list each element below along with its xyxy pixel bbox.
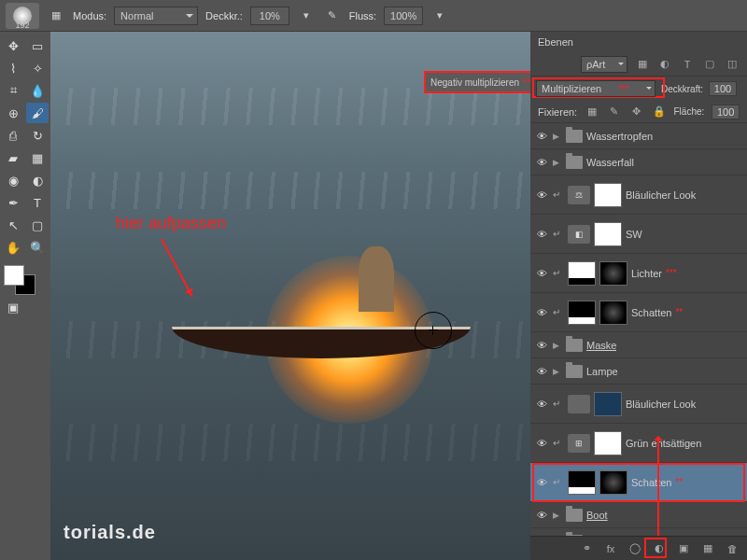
chevron-icon[interactable]: ▶: [553, 158, 562, 167]
lasso-tool[interactable]: ⌇: [2, 58, 24, 78]
foreground-color[interactable]: [4, 265, 24, 286]
mode-label: Modus:: [73, 10, 106, 21]
visibility-icon[interactable]: 👁: [534, 438, 549, 449]
dodge-tool[interactable]: ◐: [26, 170, 49, 190]
visibility-icon[interactable]: 👁: [534, 340, 549, 351]
visibility-icon[interactable]: 👁: [534, 477, 549, 488]
layer-mask-icon[interactable]: ◯: [627, 541, 642, 556]
heal-tool[interactable]: ⊕: [2, 103, 24, 123]
layer-row[interactable]: 👁↵Schatten**: [530, 293, 747, 332]
layers-bottom-bar: ⚭ fx ◯ ◐ ▣ ▦ 🗑: [530, 536, 747, 560]
brush-panel-toggle[interactable]: ▦: [47, 7, 65, 25]
lock-all-icon[interactable]: 🔒: [652, 105, 667, 119]
move-tool[interactable]: ✥: [2, 35, 24, 56]
delete-layer-icon[interactable]: 🗑: [725, 541, 740, 556]
panel-tab[interactable]: Ebenen: [530, 32, 747, 52]
folder-icon: [566, 365, 583, 378]
opacity-arrow-icon[interactable]: ▾: [297, 7, 316, 25]
layer-row[interactable]: 👁▶Maske: [530, 332, 747, 358]
flow-arrow-icon[interactable]: ▾: [430, 7, 449, 25]
filter-image-icon[interactable]: ▦: [635, 57, 650, 72]
zoom-tool[interactable]: 🔍: [26, 237, 49, 258]
visibility-icon[interactable]: 👁: [534, 131, 549, 142]
group-icon[interactable]: ▣: [676, 541, 691, 556]
brush-preset[interactable]: 192: [6, 3, 39, 29]
layer-row[interactable]: 👁↵◧SW: [530, 215, 747, 254]
brush-tool[interactable]: 🖌: [26, 103, 49, 123]
pen-tool[interactable]: ✒: [2, 192, 24, 213]
link-layers-icon[interactable]: ⚭: [579, 541, 594, 556]
type-tool[interactable]: T: [26, 192, 49, 213]
layer-opacity-value[interactable]: 100: [709, 81, 737, 96]
gradient-tool[interactable]: ▦: [26, 147, 49, 168]
layer-row[interactable]: 👁▶Wassertropfen: [530, 123, 747, 149]
layer-name: Grün entsättigen: [626, 438, 701, 449]
color-swatches[interactable]: [2, 263, 49, 295]
layer-row[interactable]: 👁↵Lichter***: [530, 254, 747, 293]
visibility-icon[interactable]: 👁: [534, 399, 549, 410]
layer-row[interactable]: 👁↵Schatten**: [530, 463, 747, 502]
hand-tool[interactable]: ✋: [2, 237, 24, 258]
layer-row[interactable]: 👁↵Bläulicher Look: [530, 385, 747, 424]
mask-thumb[interactable]: [594, 431, 622, 455]
mask-thumb[interactable]: [599, 261, 627, 286]
canvas[interactable]: hier aufpassen Negativ multiplizieren **…: [50, 32, 530, 560]
layer-row[interactable]: 👁▶Boot: [530, 502, 747, 528]
opacity-value[interactable]: 10%: [250, 7, 289, 25]
marquee-tool[interactable]: ▭: [26, 35, 49, 56]
pressure-opacity-icon[interactable]: ✎: [323, 7, 342, 25]
filter-smart-icon[interactable]: ◫: [725, 57, 740, 72]
wand-tool[interactable]: ✧: [26, 58, 49, 78]
blend-mode-dropdown[interactable]: Normal: [114, 7, 198, 25]
layers-list: 👁▶Wassertropfen👁▶Wasserfall👁↵⚖Bläulicher…: [530, 123, 747, 536]
curves-thumb[interactable]: [568, 261, 596, 286]
layer-row[interactable]: 👁▶Wasseroberfläche: [530, 528, 747, 536]
folder-icon: [566, 339, 583, 352]
filter-adjust-icon[interactable]: ◐: [657, 57, 672, 72]
stamp-tool[interactable]: ⎙: [2, 125, 24, 146]
flow-value[interactable]: 100%: [384, 7, 423, 25]
lock-move-icon[interactable]: ✥: [629, 105, 644, 119]
mask-thumb[interactable]: [594, 183, 622, 207]
quickmask-tool[interactable]: ▣: [2, 297, 24, 317]
eraser-tool[interactable]: ▰: [2, 147, 24, 168]
lock-paint-icon[interactable]: ✎: [607, 105, 622, 119]
lock-pixels-icon[interactable]: ▦: [585, 105, 599, 119]
layer-row[interactable]: 👁▶Lampe: [530, 358, 747, 385]
visibility-icon[interactable]: 👁: [534, 189, 549, 201]
history-brush-tool[interactable]: ↻: [26, 125, 49, 146]
chevron-icon[interactable]: ▶: [553, 511, 562, 520]
layer-fx-icon[interactable]: fx: [603, 541, 618, 556]
curves-thumb[interactable]: [568, 301, 596, 325]
chevron-icon[interactable]: ▶: [553, 367, 562, 376]
fill-value[interactable]: 100: [712, 105, 740, 119]
crop-tool[interactable]: ⌗: [2, 80, 24, 101]
layer-row[interactable]: 👁↵⚖Bläulicher Look: [530, 175, 747, 215]
layer-blend-dropdown[interactable]: Multiplizieren ***: [536, 80, 655, 97]
layer-row[interactable]: 👁↵⊞Grün entsättigen: [530, 424, 747, 463]
mask-thumb[interactable]: [594, 392, 622, 416]
visibility-icon[interactable]: 👁: [534, 366, 549, 377]
visibility-icon[interactable]: 👁: [534, 268, 549, 279]
blur-tool[interactable]: ◉: [2, 170, 24, 190]
mask-thumb[interactable]: [594, 222, 622, 246]
annotation-text: hier aufpassen: [116, 214, 226, 233]
mask-thumb[interactable]: [599, 470, 627, 495]
layer-filter-kind[interactable]: ρ Art: [581, 56, 627, 73]
path-tool[interactable]: ↖: [2, 215, 24, 235]
filter-shape-icon[interactable]: ▢: [702, 57, 717, 72]
visibility-icon[interactable]: 👁: [534, 157, 549, 168]
shape-tool[interactable]: ▢: [26, 215, 49, 235]
new-layer-icon[interactable]: ▦: [700, 541, 715, 556]
visibility-icon[interactable]: 👁: [534, 229, 549, 240]
visibility-icon[interactable]: 👁: [534, 307, 549, 318]
fill-label: Fläche:: [674, 106, 705, 117]
layer-row[interactable]: 👁▶Wasserfall: [530, 149, 747, 175]
chevron-icon[interactable]: ▶: [553, 132, 562, 141]
visibility-icon[interactable]: 👁: [534, 510, 549, 521]
curves-thumb[interactable]: [568, 470, 596, 495]
mask-thumb[interactable]: [599, 301, 627, 325]
chevron-icon[interactable]: ▶: [553, 341, 562, 350]
eyedropper-tool[interactable]: 💧: [26, 80, 49, 101]
filter-type-icon[interactable]: T: [680, 57, 695, 72]
